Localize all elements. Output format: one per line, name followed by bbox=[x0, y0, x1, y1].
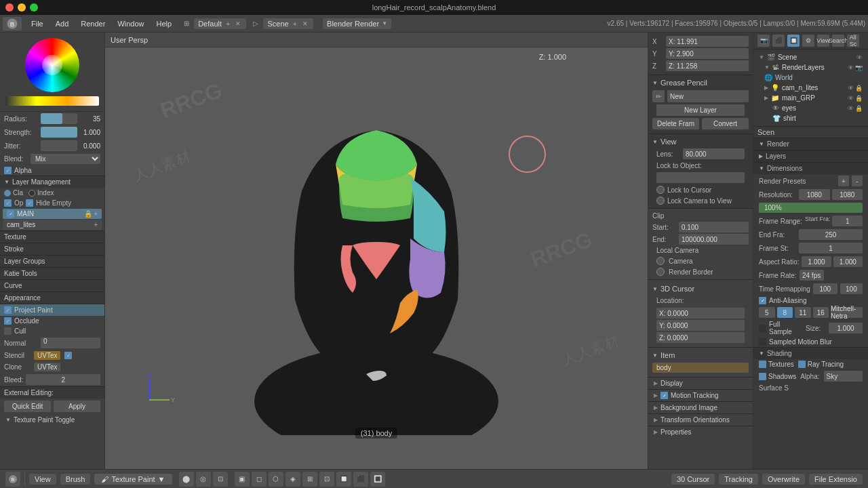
sampled-motion-blur-checkbox[interactable] bbox=[759, 338, 766, 346]
shading-icon-5[interactable]: ⊞ bbox=[302, 472, 317, 487]
hide-empty-checkbox[interactable]: ✓ bbox=[26, 199, 33, 207]
aa-method[interactable]: Mitchell-Netra bbox=[831, 307, 863, 318]
maximize-button[interactable] bbox=[30, 3, 38, 12]
full-sample-checkbox[interactable] bbox=[759, 325, 766, 332]
texture-section[interactable]: Texture bbox=[0, 230, 104, 243]
props-settings-icon-btn[interactable]: ⚙ bbox=[802, 35, 814, 47]
dimensions-section-header[interactable]: ▼ Dimensions bbox=[753, 162, 868, 174]
convert-button[interactable]: Convert bbox=[702, 118, 749, 129]
stencil-uvtex[interactable]: UVTex bbox=[34, 351, 60, 360]
cursor-x-value[interactable]: X: 0.0000 bbox=[656, 308, 745, 319]
main-grp-lock-icon[interactable]: 🔒 bbox=[855, 95, 863, 102]
cull-checkbox[interactable] bbox=[4, 327, 12, 335]
cam-lites-eye-icon[interactable]: 👁 bbox=[848, 85, 854, 92]
tree-item-shirt[interactable]: 👕 shirt bbox=[756, 113, 865, 123]
tree-item-render-layers[interactable]: ▼ 📽 RenderLayers 👁 📷 bbox=[756, 62, 865, 73]
aa-sample-16[interactable]: 16 bbox=[813, 307, 829, 318]
end-fra-input[interactable]: 250 bbox=[799, 229, 863, 240]
cursor-btn[interactable]: 30 Cursor bbox=[671, 474, 715, 485]
color-strip[interactable] bbox=[5, 96, 99, 106]
tree-item-world[interactable]: 🌐 World bbox=[756, 73, 865, 83]
all-sc-label-btn[interactable]: All Sc bbox=[847, 35, 859, 47]
props-layers-icon-btn[interactable]: ⬛ bbox=[772, 35, 785, 47]
menu-add[interactable]: Add bbox=[50, 18, 75, 29]
layer-management-header[interactable]: ▼ Layer Management bbox=[0, 176, 104, 188]
aspect-y-input[interactable]: 1.000 bbox=[833, 256, 863, 267]
normal-field[interactable]: 0 bbox=[41, 338, 100, 348]
appearance-section[interactable]: Appearance bbox=[0, 291, 104, 304]
shading-icon-7[interactable]: 🔲 bbox=[336, 472, 351, 487]
props-render-icon-btn[interactable]: 🔲 bbox=[787, 35, 800, 47]
menu-window[interactable]: Window bbox=[112, 18, 149, 29]
occlude-checkbox[interactable]: ✓ bbox=[4, 317, 12, 325]
add-scene-tab[interactable]: + bbox=[292, 20, 298, 28]
viewport[interactable]: User Persp Z: 1.000 RRCG 人人素材 RRCG 人人素材 bbox=[105, 33, 648, 469]
layer-item-main[interactable]: ✓ MAIN 🔒 + bbox=[3, 209, 102, 219]
textures-checkbox[interactable] bbox=[759, 361, 766, 368]
delete-frame-button[interactable]: Delete Fram bbox=[652, 118, 699, 129]
project-paint-section[interactable]: ✓ Project Paint bbox=[0, 304, 104, 316]
layer-main-lock-icon[interactable]: 🔒 bbox=[84, 210, 92, 218]
fps-input[interactable]: 24 fps bbox=[800, 270, 824, 281]
texture-paint-mode-btn[interactable]: 🖌 Texture Paint ▼ bbox=[94, 474, 172, 485]
shading-icon-8[interactable]: ⬛ bbox=[353, 472, 368, 487]
time-val1-input[interactable]: 100 bbox=[813, 283, 837, 294]
layer-main-add-icon[interactable]: + bbox=[94, 210, 98, 218]
stencil-checkbox[interactable]: ✓ bbox=[64, 352, 72, 359]
render-border-btn[interactable]: Render Border bbox=[652, 266, 749, 277]
scene-tab[interactable]: Scene + ✕ bbox=[263, 18, 313, 29]
layer-item-cam-lites[interactable]: cam_lites + bbox=[3, 220, 102, 230]
render-presets-add-btn[interactable]: + bbox=[838, 176, 849, 186]
blend-select[interactable]: Mix bbox=[31, 154, 100, 164]
frame-st-input[interactable]: 1 bbox=[799, 243, 863, 253]
shading-icon-2[interactable]: ◻ bbox=[252, 472, 267, 487]
tree-item-scene[interactable]: ▼ 🎬 Scene 👁 bbox=[756, 52, 865, 62]
alpha-checkbox[interactable]: ✓ bbox=[4, 167, 12, 174]
mode-icon-1[interactable]: ⬤ bbox=[179, 472, 194, 487]
lock-object-field[interactable] bbox=[656, 172, 745, 183]
bg-image-header-btn[interactable]: ▶ Background Image bbox=[648, 402, 753, 413]
shading-icon-3[interactable]: ⬡ bbox=[269, 472, 283, 487]
clone-uvtex[interactable]: UVTex bbox=[34, 363, 60, 371]
cla-radio-btn[interactable] bbox=[4, 190, 11, 197]
render-layers-cam-icon[interactable]: 📷 bbox=[855, 64, 863, 71]
anti-aliasing-checkbox[interactable]: ✓ bbox=[759, 297, 766, 304]
res-x-input[interactable]: 1080 bbox=[799, 189, 830, 200]
display-header-btn[interactable]: ▶ Display bbox=[648, 378, 753, 389]
layer-main-visible-checkbox[interactable]: ✓ bbox=[7, 210, 14, 218]
res-percent[interactable]: 100% bbox=[759, 203, 863, 213]
grease-pencil-icon-btn[interactable]: ✏ bbox=[652, 90, 665, 102]
tree-item-eyes[interactable]: 👁 eyes 👁 🔒 bbox=[756, 103, 865, 113]
shadows-checkbox[interactable] bbox=[759, 373, 766, 380]
close-scene-tab[interactable]: ✕ bbox=[301, 20, 309, 27]
transform-orient-header-btn[interactable]: ▶ Transform Orientations bbox=[648, 414, 753, 426]
shading-section-header[interactable]: ▼ Shading bbox=[753, 347, 868, 359]
curve-section[interactable]: Curve bbox=[0, 279, 104, 291]
render-presets-remove-btn[interactable]: - bbox=[852, 176, 863, 186]
shading-icon-6[interactable]: ⊡ bbox=[319, 472, 334, 487]
lock-camera-btn[interactable]: Lock Camera to View bbox=[652, 195, 749, 206]
color-wheel[interactable] bbox=[25, 38, 79, 92]
motion-tracking-checkbox[interactable]: ✓ bbox=[660, 392, 668, 399]
shading-icon-9[interactable]: 🔳 bbox=[370, 472, 385, 487]
viewport-scene[interactable]: Z: 1.000 RRCG 人人素材 RRCG 人人素材 bbox=[105, 47, 648, 469]
bleed-field[interactable]: 2 bbox=[26, 374, 100, 385]
aa-sample-5[interactable]: 5 bbox=[759, 307, 775, 318]
motion-tracking-header-btn[interactable]: ▶ ✓ Motion Tracking bbox=[648, 390, 753, 401]
size-input[interactable]: 1.000 bbox=[829, 323, 863, 333]
new-layer-button[interactable]: New Layer bbox=[656, 104, 745, 116]
item-body-field[interactable]: body bbox=[652, 363, 749, 373]
eyes-eye-icon[interactable]: 👁 bbox=[848, 105, 854, 112]
menu-render[interactable]: Render bbox=[75, 18, 111, 29]
aa-sample-11[interactable]: 11 bbox=[795, 307, 811, 318]
cursor-z-value[interactable]: Z: 0.0000 bbox=[656, 332, 745, 343]
op-checkbox[interactable]: ✓ bbox=[4, 199, 12, 207]
search-label-btn[interactable]: Search bbox=[832, 35, 844, 47]
layer-groups-section[interactable]: Layer Groups bbox=[0, 255, 104, 267]
stroke-section[interactable]: Stroke bbox=[0, 243, 104, 255]
index-radio-btn[interactable] bbox=[28, 190, 35, 197]
brush-btn[interactable]: Brush bbox=[60, 474, 91, 485]
mode-icon-2[interactable]: ◎ bbox=[196, 472, 211, 487]
shading-icon-1[interactable]: ▣ bbox=[235, 472, 250, 487]
props-camera-icon-btn[interactable]: 📷 bbox=[757, 35, 770, 47]
